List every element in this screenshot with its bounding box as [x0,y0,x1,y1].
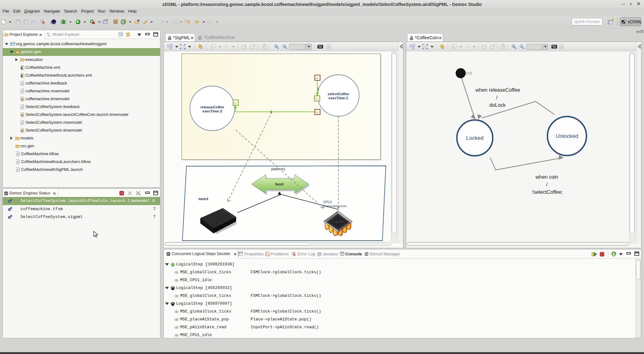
svg-text:releaseCoffee: releaseCoffee [200,105,224,109]
svg-text:Unlocked: Unlocked [556,133,578,139]
svg-text:/: / [496,95,498,100]
svg-text:1: 1 [317,87,319,91]
svg-text:doLock: doLock [489,102,506,108]
svg-text:!selectCoffee;: !selectCoffee; [532,189,563,195]
svg-text:CPU1: CPU1 [323,200,332,204]
svg-text:selectCoffee: selectCoffee [328,92,349,96]
svg-text:when releaseCoffee: when releaseCoffee [475,87,520,93]
svg-text:when coin: when coin [535,174,558,180]
svg-text:(is preemptive=true): (is preemptive=true) [323,204,347,208]
svg-text:execTime:1: execTime:1 [329,96,348,100]
svg-text:init: init [466,70,472,76]
svg-text:bus1: bus1 [275,182,284,186]
svg-text:mem1: mem1 [198,197,208,201]
svg-text:/: / [546,182,548,187]
svg-text:platform1: platform1 [271,167,286,171]
svg-text:NUVOLT: NUVOLT [332,220,344,223]
svg-text:Locked: Locked [466,135,484,141]
svg-text:execTime:3: execTime:3 [203,109,222,113]
